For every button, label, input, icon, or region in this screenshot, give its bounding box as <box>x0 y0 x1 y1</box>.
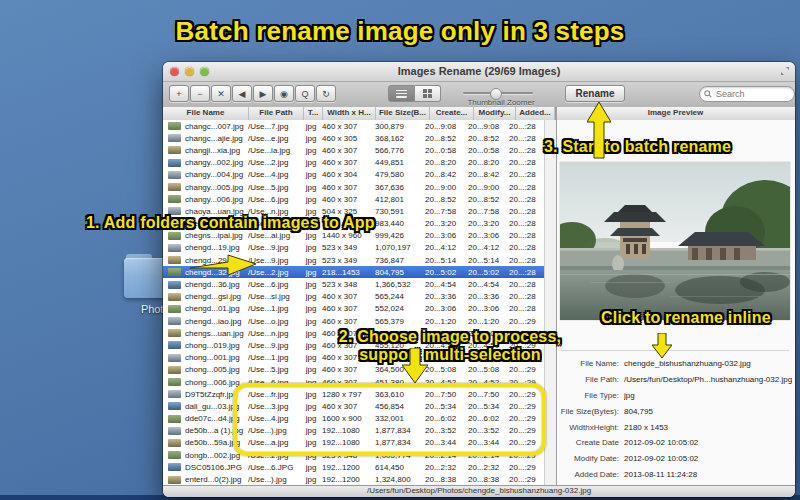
cell-added-date: 20...:28 <box>509 122 547 131</box>
file-thumbnail-icon <box>168 256 181 264</box>
metadata-list: File Name: chengde_bishushanzhuang-032.j… <box>557 356 795 482</box>
cell-modify-date: 20...9:00 <box>468 183 509 192</box>
fullscreen-icon[interactable] <box>780 66 790 76</box>
table-header: File Name File Path T... Width x H... Fi… <box>163 107 795 121</box>
table-row[interactable]: changy...006.jpg /Use...6.jpg jpg 460 x … <box>163 193 544 205</box>
cell-create-date: 20...5:14 <box>425 256 468 265</box>
table-row[interactable]: chengd...01.jpg /Use...1.jpg jpg 460 x 3… <box>163 303 544 315</box>
metadata-row: File Type: jpg <box>557 388 795 404</box>
cell-file-name[interactable]: chong...005.jpg <box>185 365 248 374</box>
column-header-file-name[interactable]: File Name <box>163 107 249 120</box>
cell-file-name[interactable]: changy...005.jpg <box>185 183 248 192</box>
file-thumbnail-icon <box>168 134 181 142</box>
column-header-added-date[interactable]: Added... <box>516 107 555 120</box>
metadata-label: WidthxHeight: <box>557 423 619 432</box>
metadata-value[interactable]: 2013-08-11 11:24:28 <box>624 470 697 479</box>
table-row[interactable]: changji...xia.jpg /Use...ia.jpg jpg 460 … <box>163 144 544 156</box>
table-row[interactable]: enterd...0(2).jpg /Use...).jpg jpg 192..… <box>163 473 544 485</box>
cell-file-name[interactable]: chong...001.jpg <box>185 353 248 362</box>
table-row[interactable]: changy...005.jpg /Use...5.jpg jpg 460 x … <box>163 181 544 193</box>
table-row[interactable]: chengd...gsi.jpg /Use...si.jpg jpg 460 x… <box>163 291 544 303</box>
metadata-divider <box>561 350 789 351</box>
image-preview-panel: File Name: chengde_bishushanzhuang-032.j… <box>557 120 795 486</box>
rename-button[interactable]: Rename <box>565 85 625 102</box>
cell-file-type: jpg <box>302 268 320 277</box>
cell-file-name[interactable]: changc...ajie.jpg <box>185 134 248 143</box>
file-thumbnail-icon <box>168 317 181 325</box>
metadata-value[interactable]: /Users/fun/Desktop/Ph...hushanzhuang-032… <box>624 375 792 384</box>
cell-added-date: 20...:29 <box>509 463 547 472</box>
status-bar: /Users/fun/Desktop/Photos/chengde_bishus… <box>163 485 795 497</box>
cell-file-size: 566,776 <box>372 146 425 155</box>
metadata-value[interactable]: jpg <box>624 391 635 400</box>
table-row[interactable]: chengd...iao.jpg /Use...o.jpg jpg 460 x … <box>163 315 544 327</box>
window-title: Images Rename (29/69 Images) <box>163 65 795 77</box>
cell-file-size: 565,244 <box>372 292 425 301</box>
cell-dimensions: 218...1453 <box>320 268 372 277</box>
column-header-file-path[interactable]: File Path <box>249 107 304 120</box>
column-header-create-date[interactable]: Create... <box>430 107 474 120</box>
metadata-label: File Path: <box>557 375 619 384</box>
cell-file-name[interactable]: changc...007.jpg <box>185 122 248 131</box>
column-header-modify-date[interactable]: Modify... <box>474 107 516 120</box>
remove-button[interactable]: − <box>190 85 210 102</box>
table-row[interactable]: DSC05106.JPG /Use...6.JPG jpg 192...1200… <box>163 461 544 473</box>
metadata-row: File Path: /Users/fun/Desktop/Ph...husha… <box>557 372 795 388</box>
cell-file-name[interactable]: chengd...01.jpg <box>185 304 248 313</box>
cell-file-path: /Use...n.jpg <box>248 329 302 338</box>
cell-create-date: 20...8:38 <box>425 475 468 484</box>
metadata-value[interactable]: 804,795 <box>624 407 653 416</box>
column-header-file-size[interactable]: File Size(B... <box>376 107 430 120</box>
cell-file-name[interactable]: chengd...iao.jpg <box>185 317 248 326</box>
magnifier-button[interactable]: Q <box>295 85 315 102</box>
search-field[interactable] <box>699 86 795 102</box>
table-row[interactable]: chengd...36.jpg /Use...6.jpg jpg 523 x 3… <box>163 278 544 290</box>
table-row[interactable]: changc...007.jpg /Use...7.jpg jpg 460 x … <box>163 120 544 132</box>
metadata-value[interactable]: 2180 x 1453 <box>624 423 668 432</box>
folder-to-list-arrow <box>190 250 258 280</box>
cell-file-size: 983,440 <box>372 219 425 228</box>
search-input[interactable] <box>714 88 780 100</box>
table-row[interactable]: changy...004.jpg /Use...4.jpg jpg 460 x … <box>163 169 544 181</box>
next-button[interactable]: ▶ <box>253 85 273 102</box>
column-header-dimensions[interactable]: Width x H... <box>323 107 376 120</box>
cell-file-type: jpg <box>302 170 320 179</box>
cell-dimensions: 460 x 307 <box>320 146 372 155</box>
cell-file-name[interactable]: chengs...uan.jpg <box>185 329 248 338</box>
table-row[interactable]: changy...002.jpg /Use...2.jpg jpg 460 x … <box>163 157 544 169</box>
titlebar[interactable]: Images Rename (29/69 Images) <box>163 62 795 82</box>
delete-button[interactable]: ✕ <box>211 85 231 102</box>
cell-file-name[interactable]: changy...002.jpg <box>185 158 248 167</box>
cell-file-name[interactable]: changy...004.jpg <box>185 170 248 179</box>
preview-eye-button[interactable]: ◉ <box>274 85 294 102</box>
cell-file-name[interactable]: chengd...36.jpg <box>185 280 248 289</box>
table-row[interactable]: chong...005.jpg /Use...5.jpg jpg 460 x 3… <box>163 364 544 376</box>
table-row[interactable]: changc...ajie.jpg /Use...e.jpg jpg 460 x… <box>163 132 544 144</box>
cell-file-size: 552,024 <box>372 304 425 313</box>
refresh-button[interactable]: ↻ <box>316 85 336 102</box>
column-header-type[interactable]: T... <box>304 107 323 120</box>
list-view-button[interactable] <box>388 85 415 102</box>
metadata-value[interactable]: 2012-09-02 10:05:02 <box>624 438 698 447</box>
cell-file-name[interactable]: chong...019.jpg <box>185 341 248 350</box>
cell-file-size: 1,324,800 <box>372 475 425 484</box>
metadata-value[interactable]: 2012-09-02 10:05:02 <box>624 454 698 463</box>
cell-file-name[interactable]: enterd...0(2).jpg <box>185 475 248 484</box>
cell-file-name[interactable]: chengd...gsi.jpg <box>185 292 248 301</box>
add-button[interactable]: + <box>169 85 189 102</box>
cell-file-name[interactable]: changji...xia.jpg <box>185 146 248 155</box>
cell-added-date: 20...:28 <box>509 170 547 179</box>
cell-file-size: 736,847 <box>372 256 425 265</box>
cell-file-name[interactable]: chegns...ipai.jpg <box>185 231 248 240</box>
grid-view-icon <box>423 89 432 98</box>
previous-button[interactable]: ◀ <box>232 85 252 102</box>
metadata-value[interactable]: chengde_bishushanzhuang-032.jpg <box>624 359 751 368</box>
cell-file-name[interactable]: DSC05106.JPG <box>185 463 248 472</box>
cell-file-name[interactable]: changy...006.jpg <box>185 195 248 204</box>
rename-up-arrow <box>587 102 611 159</box>
cell-create-date: 20...3:06 <box>425 231 468 240</box>
cell-modify-date: 20...7:58 <box>468 207 509 216</box>
cell-modify-date: 20...8:20 <box>468 158 509 167</box>
cell-file-type: jpg <box>302 158 320 167</box>
cell-file-size: 479,580 <box>372 170 425 179</box>
